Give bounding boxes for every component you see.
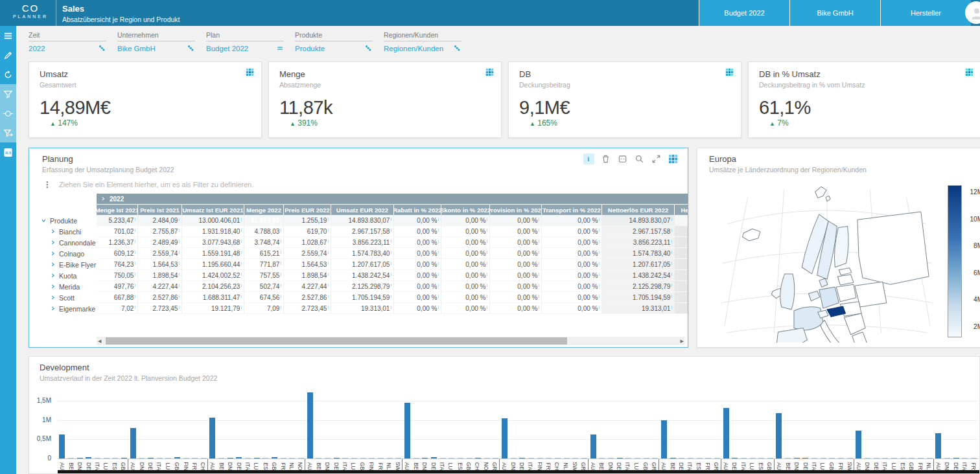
- trash-icon[interactable]: [600, 153, 611, 164]
- table-cell[interactable]: 0,00 %i: [542, 281, 602, 292]
- map-svalbard[interactable]: [815, 186, 830, 201]
- topbar-button[interactable]: Bike GmbH: [789, 0, 880, 26]
- table-cell[interactable]: 0,00 %i: [542, 226, 602, 237]
- coplanner-logo[interactable]: CO PLANNER: [9, 3, 52, 19]
- table-cell[interactable]: [675, 215, 688, 226]
- table-cell[interactable]: 619,70i: [284, 226, 331, 237]
- table-cell[interactable]: 0,00 %i: [542, 248, 602, 259]
- table-cell[interactable]: 497,76i: [97, 281, 138, 292]
- table-cell[interactable]: 0,00 %i: [542, 292, 602, 303]
- table-cell[interactable]: 4.227,44i: [138, 281, 182, 292]
- table-cell[interactable]: 0,00 %i: [542, 303, 602, 314]
- column-header[interactable]: Umsatz Ist EUR 2021: [182, 204, 244, 215]
- table-cell[interactable]: 2.755,87i: [138, 226, 182, 237]
- table-cell[interactable]: 0,00 %i: [490, 226, 542, 237]
- table-cell[interactable]: 11.865,80i: [244, 215, 284, 226]
- table-cell[interactable]: [675, 281, 688, 292]
- drag-handle-icon[interactable]: ⋮: [43, 180, 51, 189]
- row-label[interactable]: Merida: [40, 281, 97, 292]
- table-cell[interactable]: 1.931.918,40i: [182, 226, 244, 237]
- table-cell[interactable]: 0,00 %i: [441, 226, 490, 237]
- menu-icon[interactable]: [0, 26, 16, 45]
- column-header[interactable]: Rabatt in % 2022: [394, 204, 441, 215]
- table-cell[interactable]: 3.856.223,11i: [602, 237, 675, 248]
- link-icon[interactable]: [99, 45, 106, 52]
- table-cell[interactable]: 2.967.157,58i: [602, 226, 675, 237]
- table-cell[interactable]: 0,00 %i: [441, 215, 490, 226]
- table-cell[interactable]: 0,00 %i: [490, 215, 542, 226]
- table-cell[interactable]: 0,00 %i: [394, 303, 441, 314]
- chevron-right-icon[interactable]: [50, 284, 56, 290]
- row-label[interactable]: Bianchi: [40, 226, 97, 237]
- table-cell[interactable]: 615,21i: [244, 248, 284, 259]
- map-poland[interactable]: [836, 284, 856, 302]
- table-cell[interactable]: 0,00 %i: [542, 237, 602, 248]
- table-cell[interactable]: 14.893.830,07i: [331, 215, 394, 226]
- table-cell[interactable]: [675, 270, 688, 281]
- filter-icon[interactable]: [0, 84, 16, 104]
- table-cell[interactable]: 771,87i: [244, 259, 284, 270]
- filter-value[interactable]: Bike GmbH: [117, 45, 156, 52]
- column-header[interactable]: Skonto in % 2022: [441, 204, 490, 215]
- table-cell[interactable]: 0,00 %i: [441, 303, 490, 314]
- table-cell[interactable]: 0,00 %i: [394, 270, 441, 281]
- grid-logo-icon[interactable]: [485, 68, 494, 76]
- table-cell[interactable]: 1.574.783,40i: [602, 248, 675, 259]
- map-benelux[interactable]: [808, 291, 819, 300]
- search-icon[interactable]: [634, 153, 645, 164]
- table-cell[interactable]: 7,02i: [97, 303, 138, 314]
- column-header[interactable]: Preis Ist 2021: [138, 204, 182, 215]
- table-cell[interactable]: [675, 303, 688, 314]
- table-cell[interactable]: 0,00 %i: [441, 259, 490, 270]
- table-cell[interactable]: 5.233,47i: [97, 215, 138, 226]
- column-header[interactable]: Provision in % 2022: [490, 204, 542, 215]
- table-cell[interactable]: 0,00 %i: [441, 270, 490, 281]
- table-cell[interactable]: 0,00 %i: [394, 226, 441, 237]
- table-cell[interactable]: 0,00 %i: [394, 237, 441, 248]
- table-cell[interactable]: 0,00 %i: [394, 281, 441, 292]
- table-cell[interactable]: 1.207.617,05i: [602, 259, 675, 270]
- year-group-header[interactable]: 2022: [97, 194, 688, 204]
- table-cell[interactable]: 2.489,49i: [138, 237, 182, 248]
- table-cell[interactable]: 4.788,03i: [244, 226, 284, 237]
- table-cell[interactable]: [675, 248, 688, 259]
- table-cell[interactable]: 674,56i: [244, 292, 284, 303]
- link-icon[interactable]: [187, 45, 195, 52]
- table-cell[interactable]: 609,12i: [97, 248, 138, 259]
- row-label[interactable]: Eigenmarke: [40, 303, 97, 314]
- column-header[interactable]: Menge Ist 2021: [97, 204, 138, 215]
- link-icon[interactable]: [365, 45, 373, 52]
- table-cell[interactable]: 502,74i: [244, 281, 284, 292]
- scrollbar-thumb[interactable]: [106, 337, 567, 344]
- map-russia[interactable]: [858, 212, 929, 284]
- row-label[interactable]: Cannondale: [40, 237, 97, 248]
- table-cell[interactable]: 0,00 %i: [490, 270, 542, 281]
- table-cell[interactable]: 0,00 %i: [394, 292, 441, 303]
- table-cell[interactable]: 757,55i: [244, 270, 284, 281]
- table-cell[interactable]: 2.723,45i: [284, 303, 331, 314]
- table-cell[interactable]: 1.236,37i: [97, 237, 138, 248]
- slider-icon[interactable]: [0, 104, 16, 123]
- table-cell[interactable]: 14.893.830,07i: [602, 215, 675, 226]
- table-cell[interactable]: 7,09i: [244, 303, 284, 314]
- chevron-right-icon[interactable]: [50, 240, 56, 246]
- grid-icon[interactable]: [668, 153, 679, 164]
- table-cell[interactable]: 0,00 %i: [542, 270, 602, 281]
- cell-icon[interactable]: [617, 153, 628, 164]
- table-cell[interactable]: 2.559,74i: [284, 248, 331, 259]
- table-cell[interactable]: 0,00 %i: [490, 248, 542, 259]
- xls-icon[interactable]: XLS: [0, 142, 16, 162]
- scroll-right-icon[interactable]: ▶: [681, 337, 684, 344]
- chevron-right-icon[interactable]: [50, 295, 56, 301]
- table-cell[interactable]: [675, 292, 688, 303]
- grid-logo-icon[interactable]: [725, 68, 734, 76]
- table-cell[interactable]: 19.313,01i: [331, 303, 394, 314]
- table-cell[interactable]: 0,00 %i: [394, 248, 441, 259]
- map-austria[interactable]: [827, 306, 846, 317]
- table-cell[interactable]: 1.898,54i: [138, 270, 182, 281]
- table-cell[interactable]: 0,00 %i: [441, 281, 490, 292]
- table-cell[interactable]: 1.438.242,54i: [331, 270, 394, 281]
- chevron-down-icon[interactable]: [41, 218, 47, 224]
- table-cell[interactable]: 1.207.617,05i: [331, 259, 394, 270]
- grid-logo-icon[interactable]: [965, 68, 974, 76]
